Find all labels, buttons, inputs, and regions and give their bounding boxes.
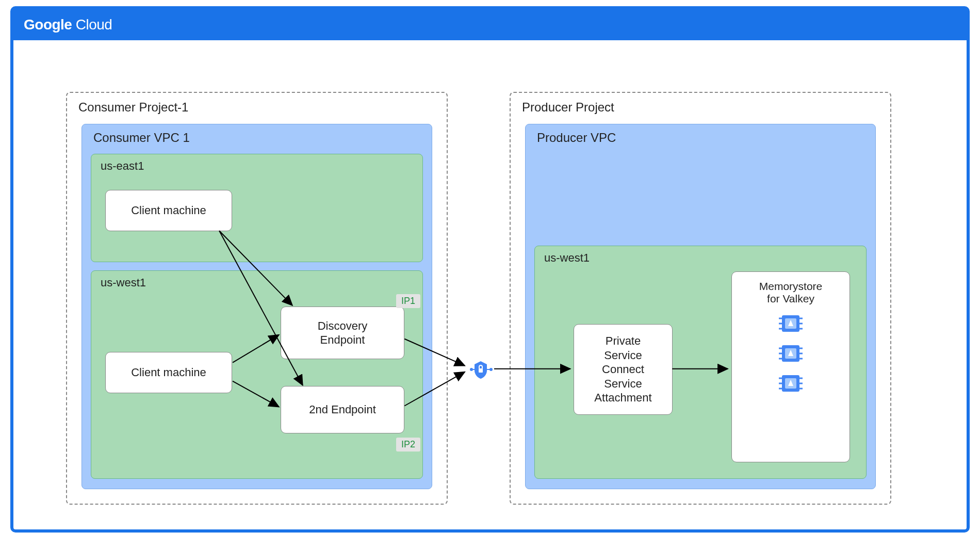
psc-attachment-text: Private Service Connect Service Attachme… xyxy=(594,334,651,405)
svg-rect-2 xyxy=(479,368,483,373)
memory-chip-icon xyxy=(778,342,804,365)
discovery-endpoint-text: Discovery Endpoint xyxy=(318,319,368,347)
consumer-vpc-label: Consumer VPC 1 xyxy=(93,131,190,145)
client-machine-west-text: Client machine xyxy=(131,365,206,380)
second-endpoint-box: 2nd Endpoint xyxy=(281,386,404,433)
producer-region-label: us-west1 xyxy=(544,251,590,265)
memory-chip-icon xyxy=(778,372,804,395)
google-cloud-logo: Google Cloud xyxy=(24,17,112,33)
client-machine-west: Client machine xyxy=(105,352,232,393)
consumer-region-west-label: us-west1 xyxy=(101,276,146,289)
memory-chip-icon xyxy=(778,312,804,335)
client-machine-east: Client machine xyxy=(105,190,232,231)
diagram-canvas: Consumer Project-1 Consumer VPC 1 us-eas… xyxy=(13,40,967,529)
consumer-region-east-label: us-east1 xyxy=(101,159,144,173)
consumer-project-label: Consumer Project-1 xyxy=(78,100,188,115)
discovery-endpoint-box: Discovery Endpoint xyxy=(281,307,404,359)
svg-point-0 xyxy=(470,368,473,371)
logo-text: Google Cloud xyxy=(24,17,112,33)
ip2-badge: IP2 xyxy=(396,438,420,452)
memorystore-label: Memorystore for Valkey xyxy=(759,280,823,305)
psc-lock-icon xyxy=(468,357,493,382)
svg-point-4 xyxy=(489,368,493,371)
titlebar: Google Cloud xyxy=(13,9,967,40)
producer-project-label: Producer Project xyxy=(522,100,614,115)
psc-attachment-box: Private Service Connect Service Attachme… xyxy=(574,324,673,415)
google-cloud-frame: Google Cloud Consumer Project-1 Consumer… xyxy=(10,6,970,533)
ip1-badge: IP1 xyxy=(396,294,420,308)
producer-vpc-label: Producer VPC xyxy=(537,131,616,145)
second-endpoint-text: 2nd Endpoint xyxy=(309,402,376,417)
memorystore-box: Memorystore for Valkey xyxy=(731,271,850,462)
client-machine-east-text: Client machine xyxy=(131,203,206,218)
